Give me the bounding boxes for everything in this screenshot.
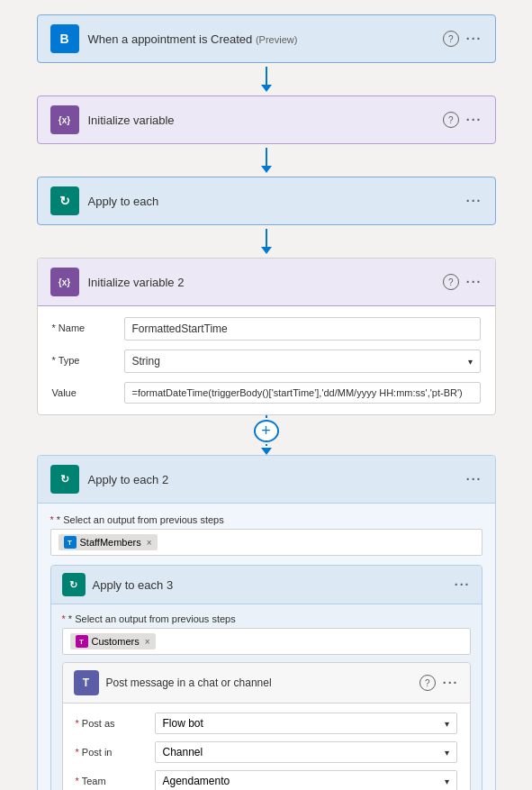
flow-container: B When a appointment is Created (Preview… (0, 0, 532, 790)
apply3-tag-close[interactable]: × (145, 637, 150, 647)
arrow3 (261, 225, 272, 258)
team-chevron: ▾ (445, 776, 449, 786)
step1-help-icon[interactable]: ? (443, 31, 459, 47)
post-in-label: Post in (76, 747, 148, 758)
type-select[interactable]: String ▾ (124, 350, 481, 373)
step4-title: Initialize variable 2 (88, 276, 434, 289)
value-label: Value (52, 382, 115, 398)
apply2-ellipsis[interactable]: ··· (466, 472, 482, 486)
post-in-select[interactable]: Channel ▾ (155, 741, 457, 763)
post-in-chevron: ▾ (445, 748, 449, 758)
apply2-actions: ··· (466, 472, 482, 486)
teams-ellipsis[interactable]: ··· (443, 676, 459, 690)
step2-actions: ? ··· (443, 112, 482, 128)
apply-to-each-2-header: ↻ Apply to each 2 ··· (38, 456, 495, 504)
step1-title-text: When a appointment is Created (88, 32, 253, 46)
apply3-title: Apply to each 3 (93, 578, 447, 592)
step-init-var: {x} Initialize variable ? ··· (37, 95, 496, 144)
team-select[interactable]: Agendamento ▾ (155, 770, 457, 790)
apply3-tag-label: Customers (92, 636, 140, 647)
type-field-row: * Type String ▾ (52, 350, 481, 373)
post-in-row: Post in Channel ▾ (76, 741, 457, 763)
apply2-tag-close[interactable]: × (147, 538, 152, 548)
arrow1 (261, 63, 272, 95)
add-step-button[interactable]: + (254, 420, 279, 442)
teams-body: Post as Flow bot ▾ Post in Channel (63, 704, 470, 790)
teams-help-icon[interactable]: ? (419, 675, 436, 691)
apply2-title: Apply to each 2 (88, 473, 457, 486)
post-as-label: Post as (76, 718, 148, 729)
step1-ellipsis[interactable]: ··· (466, 32, 482, 46)
step2-help-icon[interactable]: ? (443, 112, 459, 128)
apply2-icon: ↻ (50, 465, 79, 494)
step4-ellipsis[interactable]: ··· (466, 275, 482, 289)
teams-actions: ? ··· (419, 675, 459, 691)
step1-title: When a appointment is Created (Preview) (88, 32, 434, 46)
apply3-tag-input[interactable]: T Customers × (62, 628, 471, 655)
apply-to-each-2-container: ↻ Apply to each 2 ··· * Select an output… (37, 455, 496, 790)
type-label: * Type (52, 350, 115, 366)
apply3-tag-icon: T (76, 635, 88, 648)
step2-ellipsis[interactable]: ··· (466, 113, 482, 127)
step-init-var2: {x} Initialize variable 2 ? ··· * Name *… (37, 258, 496, 415)
step-apply-each: ↻ Apply to each ··· (37, 177, 496, 225)
team-value: Agendamento (163, 775, 230, 787)
step2-icon: {x} (50, 105, 79, 134)
type-chevron-icon: ▾ (468, 357, 473, 367)
step4-body: * Name * Type String ▾ Value (38, 306, 495, 414)
step1-icon-label: B (59, 32, 68, 46)
apply3-actions: ··· (455, 577, 471, 592)
value-input[interactable] (124, 382, 481, 404)
apply3-customers-tag: T Customers × (70, 633, 156, 649)
teams-title: Post message in a chat or channel (106, 676, 412, 689)
post-as-chevron: ▾ (445, 719, 449, 729)
step1-preview: (Preview) (256, 34, 297, 45)
step4-icon: {x} (50, 268, 79, 296)
team-row: Team Agendamento ▾ (76, 770, 457, 790)
step3-ellipsis[interactable]: ··· (466, 194, 482, 208)
step4-actions: ? ··· (443, 274, 482, 290)
apply2-tag-label: StaffMembers (80, 537, 141, 548)
step4-header: {x} Initialize variable 2 ? ··· (38, 259, 495, 306)
arrow2 (261, 144, 272, 177)
step3-title: Apply to each (88, 195, 457, 208)
step1-icon: B (50, 24, 79, 53)
name-label: * Name (52, 317, 115, 333)
apply-to-each-3-body: * Select an output from previous steps T… (51, 604, 482, 790)
step3-icon-label: ↻ (59, 194, 70, 208)
post-as-value: Flow bot (163, 717, 203, 730)
apply2-tag-input[interactable]: T StaffMembers × (50, 529, 482, 556)
apply2-output-label: * Select an output from previous steps (50, 514, 224, 525)
step4-icon-label: {x} (59, 277, 70, 287)
apply3-output-label: * Select an output from previous steps (62, 613, 471, 624)
apply3-ellipsis[interactable]: ··· (455, 577, 471, 592)
type-select-value: String (132, 355, 160, 368)
apply-to-each-3-header: ↻ Apply to each 3 ··· (51, 566, 482, 604)
name-field-row: * Name (52, 317, 481, 341)
step-when-appointment: B When a appointment is Created (Preview… (37, 14, 496, 63)
step2-icon-label: {x} (59, 115, 70, 125)
step1-actions: ? ··· (443, 31, 482, 47)
step3-icon: ↻ (50, 186, 79, 215)
apply2-tag-icon: T (64, 536, 77, 549)
name-input[interactable] (124, 317, 481, 341)
apply-to-each-2-body: * Select an output from previous steps T… (38, 504, 495, 790)
value-field-row: Value (52, 382, 481, 404)
add-connector: + (254, 415, 279, 455)
help-icon-symbol: ? (448, 34, 454, 44)
apply-to-each-3-container: ↻ Apply to each 3 ··· * Select an output… (50, 565, 482, 790)
step3-actions: ··· (466, 194, 482, 208)
teams-icon: T (74, 670, 99, 695)
apply2-staffmembers-tag: T StaffMembers × (59, 534, 158, 550)
post-as-select[interactable]: Flow bot ▾ (155, 713, 457, 734)
team-label: Team (76, 776, 148, 786)
step4-help-icon[interactable]: ? (443, 274, 459, 290)
post-in-value: Channel (163, 746, 203, 758)
teams-post-card: T Post message in a chat or channel ? ··… (62, 662, 471, 790)
apply3-icon: ↻ (62, 573, 86, 596)
teams-header: T Post message in a chat or channel ? ··… (63, 663, 470, 704)
post-as-row: Post as Flow bot ▾ (76, 713, 457, 734)
step2-title: Initialize variable (88, 114, 434, 127)
